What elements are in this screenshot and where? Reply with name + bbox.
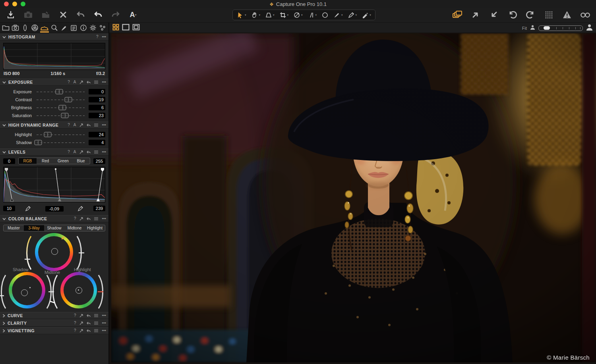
shadow-saturation-arc[interactable] [0,273,7,310]
cb-tab-highlight[interactable]: Highlight [85,225,105,231]
single-view-button[interactable] [122,24,130,32]
cb-tab-3way[interactable]: 3-Way [24,225,44,231]
cb-tab-shadow[interactable]: Shadow [44,225,64,231]
midtone-wheel-handle[interactable] [51,248,58,255]
rotate-right-button[interactable] [525,10,536,20]
cb-tab-master[interactable]: Master [4,225,24,231]
saturation-slider[interactable] [37,113,85,118]
exposure-value[interactable]: 0 [89,89,105,94]
auto-icon[interactable]: A [74,150,76,154]
highlight-lightness-arc[interactable] [97,273,107,310]
erase-mask-tool[interactable]: ▾ [360,11,373,19]
pan-tool[interactable]: ▾ [250,11,262,19]
tab-capture[interactable] [11,23,19,33]
midtone-color-wheel[interactable] [35,233,73,271]
slider-handle[interactable] [44,132,51,137]
presets-icon[interactable] [94,322,98,325]
highlight-color-wheel[interactable] [60,272,97,308]
presets-icon[interactable] [94,314,98,317]
zoom-fit-label[interactable]: Fit [522,26,527,31]
levels-output-shadow[interactable]: 10 [3,206,15,211]
midtone-lightness-arc[interactable] [75,235,86,271]
tab-library[interactable] [2,23,10,33]
zoom-slider-handle[interactable] [544,26,550,30]
proof-margin-view-button[interactable] [132,24,140,32]
zoom-slider[interactable] [538,25,583,31]
highlight-slider[interactable] [37,132,85,137]
shadow-wheel-handle[interactable] [21,289,28,296]
auto-icon[interactable]: A [74,123,76,127]
draw-mask-tool[interactable]: ▾ [332,11,344,19]
slider-handle[interactable] [34,140,42,145]
expand-icon[interactable] [79,81,83,84]
slider-handle[interactable] [64,97,72,102]
rotate-tool[interactable]: ▾ [292,11,304,19]
presets-icon[interactable] [94,123,98,127]
levels-input-min[interactable]: 0 [3,158,15,164]
expand-icon[interactable] [79,329,83,333]
slider-handle[interactable] [55,89,63,94]
help-icon[interactable]: ? [96,35,99,39]
expand-icon[interactable] [79,322,83,325]
rotate-left-button[interactable] [507,10,517,20]
help-icon[interactable]: ? [68,80,70,84]
copy-apply-prev-button[interactable] [489,10,499,20]
channel-rgb[interactable]: RGB [19,158,37,164]
presets-icon[interactable] [94,217,98,220]
tab-output[interactable] [89,23,97,33]
help-icon[interactable]: ? [74,314,76,318]
reset-adjustments-button[interactable] [75,10,86,20]
multi-view-button[interactable] [112,24,119,32]
tab-local-adjustments[interactable] [60,23,68,33]
adjustments-clipboard-button[interactable] [452,10,462,20]
presets-icon[interactable] [94,329,98,332]
tab-batch[interactable] [99,23,107,33]
select-tool[interactable]: ▾ [235,11,248,19]
collapse-chevron-icon[interactable] [2,218,6,220]
slider-handle[interactable] [59,105,66,110]
copy-apply-next-button[interactable] [470,10,481,20]
help-icon[interactable]: ? [68,123,70,127]
tab-exposure[interactable] [40,23,49,33]
reset-icon[interactable] [87,150,91,154]
levels-gamma-value[interactable]: -0,09 [45,206,64,212]
grid-overlay-button[interactable] [544,10,554,20]
reset-icon[interactable] [87,123,91,127]
copy-adjustments-button[interactable] [41,10,51,20]
brightness-slider[interactable] [37,105,85,110]
shadow-slider[interactable] [37,140,85,145]
more-options-icon[interactable]: ••• [102,217,106,221]
midtone-saturation-arc[interactable] [22,235,33,271]
crop-tool[interactable]: ▾ [278,11,290,19]
collapse-chevron-icon[interactable] [2,151,6,154]
reset-icon[interactable] [87,322,91,325]
capture-button[interactable] [23,10,33,20]
auto-icon[interactable]: A [74,80,76,84]
reset-icon[interactable] [87,81,91,84]
expand-chevron-icon[interactable] [2,322,5,325]
collapse-chevron-icon[interactable] [2,81,6,84]
more-options-icon[interactable]: ••• [102,150,106,154]
expand-icon[interactable] [79,217,83,221]
slider-handle[interactable] [61,113,69,118]
keystone-tool[interactable]: ▾ [263,11,276,19]
reset-icon[interactable] [87,314,91,318]
expand-icon[interactable] [79,150,83,154]
shadow-value[interactable]: 4 [89,140,105,145]
tab-lens[interactable] [21,23,29,33]
contrast-slider[interactable] [37,97,85,102]
help-icon[interactable]: ? [74,217,76,221]
highlight-value[interactable]: 24 [89,132,105,137]
proof-view-button[interactable] [580,10,590,20]
tab-color[interactable] [31,23,39,33]
shadow-picker-icon[interactable] [15,206,41,212]
contrast-value[interactable]: 19 [89,97,105,102]
expand-icon[interactable] [79,314,83,318]
saturation-value[interactable]: 23 [89,113,105,118]
more-options-icon[interactable]: ••• [102,329,106,333]
expand-icon[interactable] [79,123,83,127]
more-options-icon[interactable]: ••• [102,123,106,127]
channel-red[interactable]: Red [37,158,54,164]
expand-chevron-icon[interactable] [2,329,5,333]
collapse-chevron-icon[interactable] [2,36,6,39]
